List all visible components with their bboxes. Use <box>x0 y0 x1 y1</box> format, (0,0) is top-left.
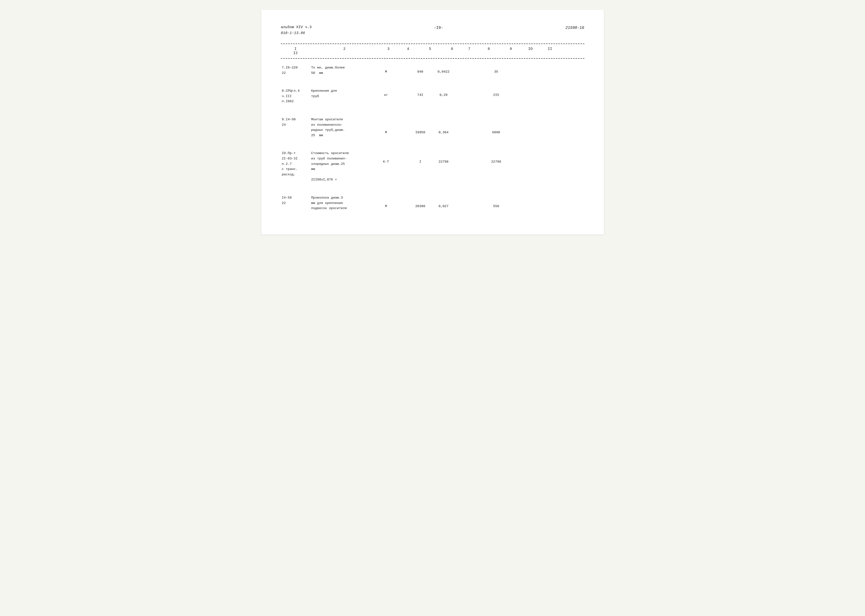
col-header-3: 3 <box>379 47 399 51</box>
header-block: альбом XIV ч.3 810-1-13.86 -I9- 21598-16 <box>281 24 585 36</box>
top-dashed-line <box>281 44 585 44</box>
col-header-11: II <box>540 47 560 51</box>
header-center: -I9- <box>434 26 443 30</box>
table-row: 7.I6–22022 То же, диам.более50 мм М 840 … <box>281 61 585 80</box>
header-left: альбом XIV ч.3 810-1-13.86 <box>281 24 312 36</box>
column-headers: I 2 3 4 5 6 7 8 9 IO II I2 <box>281 46 585 56</box>
row2-col8 <box>470 88 484 89</box>
row3-col10 <box>509 116 528 117</box>
row2-col6: 0,29 <box>433 92 455 98</box>
row3-col12 <box>548 116 567 117</box>
row1-col5: 840 <box>408 69 433 75</box>
row5-col7 <box>455 195 470 196</box>
row5-col4 <box>394 195 408 196</box>
row2-col10 <box>509 88 528 89</box>
row5-col1: I4-5622 <box>281 195 310 206</box>
row5-unit: М <box>379 203 394 209</box>
header-left-line1: альбом XIV ч.3 <box>281 24 312 30</box>
page: альбом XIV ч.3 810-1-13.86 -I9- 21598-16… <box>262 10 604 234</box>
row3-col2: Монтаж оросителяиз поливинилхло-ридных т… <box>310 116 379 138</box>
col-header-1: I <box>281 47 310 51</box>
row1-col1: 7.I6–22022 <box>281 64 310 76</box>
row2-col5: 74I <box>408 92 433 98</box>
row2-unit: кг <box>379 92 394 98</box>
col-header-7: 7 <box>462 47 477 51</box>
row3-col1: 9.I4–5024 <box>281 116 310 128</box>
col-header-8: 8 <box>477 47 501 51</box>
table-row: I4-5622 Проволока диам.3мм для крепления… <box>281 191 585 215</box>
row5-col10 <box>509 195 528 196</box>
row5-col11 <box>528 195 548 196</box>
col-header-2: 2 <box>310 47 379 51</box>
col-header-5: 5 <box>418 47 443 51</box>
row1-col6: 0,0422 <box>433 69 455 75</box>
row1-col10 <box>509 64 528 66</box>
row4-col2: Стоимость оросителяиз труб поливинил-хло… <box>310 150 379 183</box>
col-header-9: 9 <box>501 47 521 51</box>
row3-col9: 6898 <box>484 130 509 135</box>
row4-col1: IO.Пр-т2I-03-3Iп.2.7с транс.расход. <box>281 150 310 178</box>
data-section: 7.I6–22022 То же, диам.более50 мм М 840 … <box>281 61 585 215</box>
row4-col6: 22798 <box>433 159 455 165</box>
row5-col2: Проволока диам.3мм для крепленияподвесок… <box>310 195 379 212</box>
row1-col12 <box>548 64 567 66</box>
row3-col11 <box>528 116 548 117</box>
row1-col7 <box>455 64 470 66</box>
row2-col9: 2I5 <box>484 92 509 98</box>
row4-col11 <box>528 150 548 151</box>
row4-col8 <box>470 150 484 151</box>
col-header-4: 4 <box>399 47 418 51</box>
row4-col10 <box>509 150 528 151</box>
row1-col9: 35 <box>484 69 509 75</box>
row4-col4 <box>394 150 408 151</box>
row1-col11 <box>528 64 548 66</box>
row3-col7 <box>455 116 470 117</box>
row3-col6: 0,364 <box>433 130 455 135</box>
table-row: IO.Пр-т2I-03-3Iп.2.7с транс.расход. Стои… <box>281 147 585 186</box>
col-header-6: 6 <box>443 47 462 51</box>
row5-col9: 550 <box>484 203 509 209</box>
row5-col5: 20380 <box>408 203 433 209</box>
row5-col8 <box>470 195 484 196</box>
table-row: 8.СРЦгл.4ч.IIIп.I062 Крепления длятруб к… <box>281 84 585 108</box>
col-header-12: I2 <box>281 51 310 55</box>
row3-col4 <box>394 116 408 117</box>
row1-col4 <box>394 64 408 66</box>
row4-col7 <box>455 150 470 151</box>
row4-col12 <box>548 150 567 151</box>
row4-col5: I <box>408 159 433 165</box>
row2-col7 <box>455 88 470 89</box>
row2-col1: 8.СРЦгл.4ч.IIIп.I062 <box>281 88 310 105</box>
row2-col2: Крепления длятруб <box>310 88 379 99</box>
row2-col12 <box>548 88 567 89</box>
row4-col9: 22798 <box>484 159 509 165</box>
table-row: 9.I4–5024 Монтаж оросителяиз поливинилхл… <box>281 113 585 142</box>
col-header-10: IO <box>521 47 540 51</box>
row1-col8 <box>470 64 484 66</box>
row5-col6: 0,027 <box>433 203 455 209</box>
row2-col4 <box>394 88 408 89</box>
header-right: 21598-16 <box>566 26 585 30</box>
row3-unit: М <box>379 130 394 135</box>
row3-col5: I8950 <box>408 130 433 135</box>
row1-unit: М <box>379 69 394 75</box>
row1-col2: То же, диам.более50 мм <box>310 64 379 76</box>
row5-col12 <box>548 195 567 196</box>
header-left-line2: 810-1-13.86 <box>281 30 312 36</box>
header-dashed-line <box>281 58 585 59</box>
row2-col11 <box>528 88 548 89</box>
row4-unit: К-Т <box>379 159 394 165</box>
row3-col8 <box>470 116 484 117</box>
